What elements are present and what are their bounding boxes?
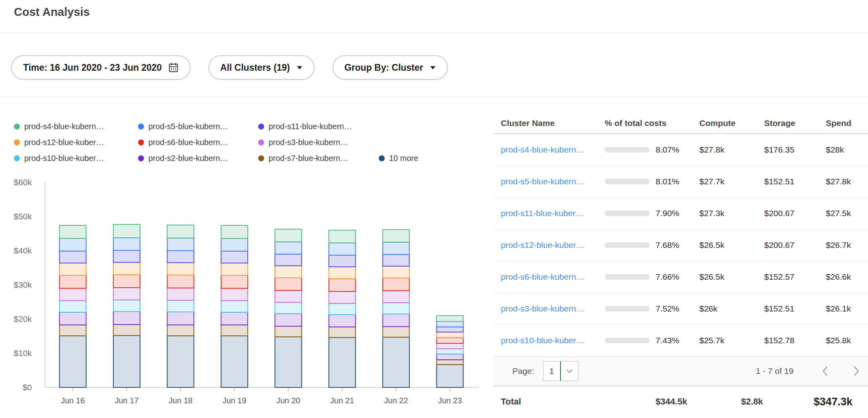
bar-segment[interactable] — [437, 337, 463, 343]
bar-segment[interactable] — [437, 315, 463, 321]
bar-segment[interactable] — [167, 300, 194, 312]
bar-segment[interactable] — [329, 230, 356, 243]
bar-segment[interactable] — [329, 291, 356, 303]
bar-segment[interactable] — [329, 243, 356, 255]
legend-item[interactable]: prod-s5-blue-kubern… — [138, 122, 258, 131]
bar-segment[interactable] — [167, 263, 194, 275]
legend-item[interactable]: prod-s3-blue-kubern… — [258, 138, 379, 147]
bar-segment[interactable] — [60, 336, 86, 387]
bar-segment[interactable] — [167, 312, 194, 325]
bar-segment[interactable] — [383, 230, 409, 242]
cluster-name-link[interactable]: prod-s4-blue-kubern… — [501, 145, 584, 154]
legend-item[interactable]: prod-s7-blue-kubern… — [258, 154, 379, 163]
bar-segment[interactable] — [113, 300, 140, 312]
legend-item[interactable]: prod-s2-blue-kubern… — [138, 154, 258, 163]
bar-segment[interactable] — [221, 275, 248, 288]
bar-segment[interactable] — [275, 266, 302, 278]
bar-segment[interactable] — [329, 279, 356, 292]
cluster-name-link[interactable]: prod-s5-blue-kubern… — [501, 177, 584, 186]
bar-segment[interactable] — [221, 238, 248, 251]
bar-segment[interactable] — [275, 254, 302, 266]
cluster-name-link[interactable]: prod-s3-blue-kubern… — [501, 304, 584, 313]
legend-item[interactable]: prod-s12-blue-kuber… — [14, 138, 138, 147]
bar-segment[interactable] — [437, 364, 463, 387]
page-select[interactable]: 1 — [543, 361, 578, 381]
bar-segment[interactable] — [167, 336, 194, 387]
bar-segment[interactable] — [275, 229, 302, 242]
bar-segment[interactable] — [113, 262, 140, 275]
bar-segment[interactable] — [221, 288, 248, 301]
bar-segment[interactable] — [113, 275, 140, 288]
bar-segment[interactable] — [60, 301, 86, 312]
cluster-name-link[interactable]: prod-s10-blue-kuber… — [501, 336, 584, 345]
bar-segment[interactable] — [167, 288, 194, 300]
bar-segment[interactable] — [329, 327, 356, 338]
bar-segment[interactable] — [383, 254, 409, 266]
legend-item[interactable]: prod-s6-blue-kubern… — [138, 138, 258, 147]
bar-segment[interactable] — [113, 224, 140, 238]
bar-segment[interactable] — [60, 312, 86, 325]
bar-segment[interactable] — [383, 327, 409, 337]
bar-segment[interactable] — [167, 275, 194, 288]
previous-page-button[interactable] — [822, 366, 828, 377]
bar-segment[interactable] — [167, 238, 194, 251]
cluster-name-link[interactable]: prod-s6-blue-kubern… — [501, 272, 584, 281]
bar-segment[interactable] — [437, 321, 463, 327]
bar-segment[interactable] — [221, 325, 248, 336]
group-by-dropdown[interactable]: Group By: Cluster — [333, 55, 448, 80]
bar-segment[interactable] — [275, 326, 302, 337]
bar-segment[interactable] — [167, 225, 194, 238]
clusters-filter-dropdown[interactable]: All Clusters (19) — [208, 55, 315, 80]
bar-segment[interactable] — [113, 312, 140, 325]
bar-segment[interactable] — [113, 238, 140, 250]
bar-segment[interactable] — [275, 242, 302, 254]
bar-segment[interactable] — [437, 354, 463, 360]
legend-item[interactable]: 10 more — [379, 154, 418, 163]
next-page-button[interactable] — [853, 366, 860, 377]
bar-segment[interactable] — [383, 303, 409, 314]
bar-segment[interactable] — [113, 250, 140, 262]
bar-segment[interactable] — [221, 263, 248, 275]
bar-segment[interactable] — [113, 288, 140, 300]
bar-segment[interactable] — [383, 337, 409, 387]
bar-segment[interactable] — [383, 242, 409, 255]
bar-segment[interactable] — [275, 337, 302, 387]
bar-segment[interactable] — [60, 251, 86, 263]
bar-segment[interactable] — [437, 327, 463, 332]
bar-segment[interactable] — [60, 288, 86, 301]
bar-segment[interactable] — [60, 275, 86, 288]
bar-segment[interactable] — [275, 290, 302, 302]
bar-segment[interactable] — [329, 315, 356, 327]
bar-segment[interactable] — [383, 266, 409, 278]
bar-segment[interactable] — [437, 360, 463, 364]
bar-segment[interactable] — [221, 312, 248, 325]
bar-segment[interactable] — [437, 349, 463, 354]
bar-segment[interactable] — [221, 225, 248, 238]
bar-segment[interactable] — [221, 251, 248, 263]
bar-segment[interactable] — [60, 238, 86, 251]
bar-segment[interactable] — [275, 302, 302, 314]
bar-segment[interactable] — [113, 325, 140, 336]
cluster-name-link[interactable]: prod-s11-blue-kuber… — [501, 209, 584, 218]
bar-segment[interactable] — [167, 325, 194, 336]
cluster-name-link[interactable]: prod-s12-blue-kuber… — [501, 240, 584, 250]
bar-segment[interactable] — [221, 336, 248, 387]
bar-segment[interactable] — [383, 278, 409, 291]
bar-segment[interactable] — [329, 255, 356, 267]
bar-segment[interactable] — [329, 267, 356, 279]
bar-segment[interactable] — [60, 263, 86, 275]
bar-segment[interactable] — [275, 314, 302, 326]
bar-segment[interactable] — [329, 337, 356, 387]
bar-segment[interactable] — [437, 343, 463, 349]
bar-segment[interactable] — [383, 314, 409, 327]
bar-segment[interactable] — [167, 251, 194, 263]
legend-item[interactable]: prod-s11-blue-kubern… — [258, 122, 379, 131]
legend-item[interactable]: prod-s10-blue-kuber… — [14, 154, 138, 163]
bar-segment[interactable] — [60, 225, 86, 238]
bar-segment[interactable] — [383, 291, 409, 303]
bar-segment[interactable] — [60, 325, 86, 336]
bar-segment[interactable] — [221, 301, 248, 312]
legend-item[interactable]: prod-s4-blue-kubern… — [14, 122, 138, 131]
bar-segment[interactable] — [437, 332, 463, 338]
bar-segment[interactable] — [113, 335, 140, 387]
